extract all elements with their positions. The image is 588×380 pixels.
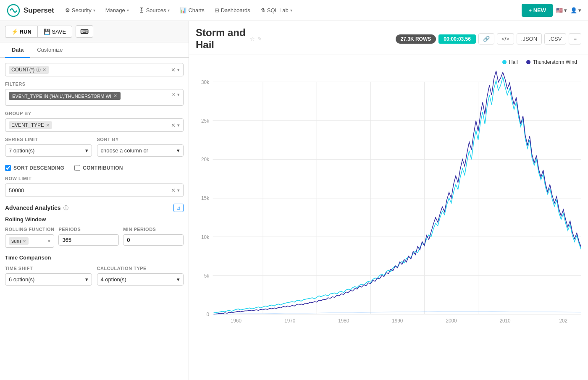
calculation-type-col: CALCULATION TYPE 4 option(s) ▾	[97, 266, 184, 286]
nav-dashboards[interactable]: ⊞ Dashboards	[210, 5, 255, 16]
calculation-type-label: CALCULATION TYPE	[97, 266, 184, 271]
filters-box[interactable]: EVENT_TYPE IN ('HAIL','THUNDERSTORM WI ✕…	[5, 89, 184, 106]
collapse-button[interactable]: ⊿	[173, 204, 184, 212]
keyboard-button[interactable]: ⌨	[76, 25, 93, 38]
run-button[interactable]: ⚡ RUN	[5, 26, 37, 38]
time-shift-label: TIME SHIFT	[5, 266, 92, 271]
chart-area: Hail Thunderstorm Wind .y-label { font-s…	[189, 55, 588, 380]
advanced-analytics-title: Advanced Analytics	[5, 204, 61, 211]
sort-by-label: SORT BY	[97, 137, 184, 142]
clear-icon[interactable]: ✕	[171, 67, 176, 73]
dropdown-icon[interactable]: ▾	[177, 92, 180, 97]
sort-by-select[interactable]: choose a column or ▾	[97, 144, 184, 157]
brand: Superset	[7, 4, 54, 17]
more-button[interactable]: ≡	[569, 33, 581, 45]
remove-icon[interactable]: ✕	[23, 239, 26, 244]
group-by-select[interactable]: EVENT_TYPE ✕ ✕ ▾	[5, 118, 184, 132]
min-periods-input[interactable]	[123, 234, 184, 246]
svg-text:1990: 1990	[392, 317, 403, 324]
series-limit-col: SERIES LIMIT 7 option(s) ▾	[5, 137, 92, 157]
chart-container: .y-label { font-size: 11px; fill: #999; …	[196, 68, 581, 368]
nav-right: + NEW 🇺🇸 ▾ 👤 ▾	[522, 4, 581, 17]
svg-text:20k: 20k	[201, 156, 210, 162]
nav-manage-label: Manage	[105, 7, 125, 13]
left-panel: ⚡ RUN 💾 SAVE ⌨ Data Customize COUNT(*) ⓘ	[0, 21, 189, 380]
svg-text:202: 202	[559, 317, 568, 324]
nav-sources-label: Sources	[146, 7, 166, 13]
main-layout: ⚡ RUN 💾 SAVE ⌨ Data Customize COUNT(*) ⓘ	[0, 21, 588, 380]
metric-select[interactable]: COUNT(*) ⓘ ✕ ✕ ▾	[5, 63, 184, 76]
keyboard-icon: ⌨	[80, 28, 89, 35]
series-limit-select[interactable]: 7 option(s) ▾	[5, 144, 92, 157]
time-badge: 00:00:03.56	[438, 34, 476, 44]
chevron-down-icon: ▾	[85, 147, 88, 154]
periods-input[interactable]	[58, 234, 119, 246]
svg-text:1970: 1970	[284, 317, 295, 324]
row-limit-select[interactable]: 50000 ✕ ▾	[5, 183, 184, 197]
sort-descending-checkbox[interactable]	[5, 165, 11, 171]
time-comparison-row: TIME SHIFT 6 option(s) ▾ CALCULATION TYP…	[5, 266, 184, 286]
rolling-function-label: ROLLING FUNCTION	[5, 227, 54, 232]
user-menu[interactable]: 👤 ▾	[570, 7, 581, 13]
database-icon: 🗄	[139, 7, 144, 13]
contribution-row: CONTRIBUTION	[74, 165, 123, 171]
legend-hail: Hail	[502, 59, 518, 65]
svg-text:1980: 1980	[338, 317, 349, 324]
edit-icon[interactable]: ✎	[257, 36, 262, 42]
star-icon[interactable]: ☆	[250, 36, 255, 42]
metric-remove-icon[interactable]: ⓘ	[36, 67, 41, 73]
dropdown-arrow-icon[interactable]: ▾	[177, 123, 180, 128]
nav-security[interactable]: ⚙ Security ▾	[61, 5, 100, 16]
hail-color-dot	[502, 60, 507, 64]
user-icon: 👤	[570, 7, 577, 13]
filter-remove-icon[interactable]: ✕	[113, 93, 117, 99]
dropdown-arrow-icon[interactable]: ▾	[177, 67, 180, 73]
tab-data[interactable]: Data	[5, 42, 30, 58]
time-shift-select[interactable]: 6 option(s) ▾	[5, 273, 92, 286]
rolling-window-row: ROLLING FUNCTION sum ✕ ▾ PERIODS MIN PER…	[5, 227, 184, 248]
nav-sources[interactable]: 🗄 Sources ▾	[135, 5, 174, 16]
nav-sqllab[interactable]: ⚗ SQL Lab ▾	[256, 5, 297, 16]
chevron-down-icon: ▾	[290, 8, 292, 13]
calculation-type-select[interactable]: 4 option(s) ▾	[97, 273, 184, 286]
metric-tag: COUNT(*) ⓘ ✕	[9, 66, 49, 74]
legend-thunderstorm: Thunderstorm Wind	[526, 59, 577, 65]
new-button[interactable]: + NEW	[522, 4, 553, 17]
tab-customize[interactable]: Customize	[30, 42, 69, 58]
min-periods-col: MIN PERIODS	[123, 227, 184, 248]
nav-charts[interactable]: 📊 Charts	[176, 5, 208, 16]
contribution-checkbox[interactable]	[74, 165, 80, 171]
nav-manage[interactable]: Manage ▾	[101, 5, 133, 16]
rows-badge: 27.3K ROWS	[396, 34, 436, 44]
svg-text:0: 0	[206, 311, 209, 317]
save-button[interactable]: 💾 SAVE	[37, 26, 72, 38]
clear-icon[interactable]: ✕	[171, 122, 176, 128]
clear-icon[interactable]: ✕	[171, 187, 176, 194]
toolbar: ⚡ RUN 💾 SAVE ⌨	[0, 21, 189, 42]
grid-icon: ⊞	[215, 7, 219, 13]
gear-icon: ⚙	[65, 7, 70, 13]
flag-icon: 🇺🇸	[556, 7, 563, 13]
row-limit-label: ROW LIMIT	[5, 176, 184, 181]
link-button[interactable]: 🔗	[478, 33, 494, 45]
group-by-tag: EVENT_TYPE ✕	[9, 121, 52, 129]
svg-text:15k: 15k	[201, 195, 210, 202]
json-button[interactable]: .JSON	[517, 33, 542, 45]
dropdown-arrow-icon[interactable]: ▾	[177, 188, 180, 193]
time-comparison-section: Time Comparison TIME SHIFT 6 option(s) ▾…	[5, 254, 184, 286]
chart-header: Storm and Hail ☆ ✎ 27.3K ROWS 00:00:03.5…	[189, 21, 588, 55]
time-comparison-title: Time Comparison	[5, 254, 184, 261]
periods-label: PERIODS	[58, 227, 119, 232]
chevron-down-icon: ▾	[127, 8, 129, 13]
csv-button[interactable]: .CSV	[544, 33, 566, 45]
metric-close-icon[interactable]: ✕	[42, 67, 46, 73]
advanced-analytics-section: Advanced Analytics ⓘ ⊿	[5, 204, 184, 212]
right-panel: Storm and Hail ☆ ✎ 27.3K ROWS 00:00:03.5…	[189, 21, 588, 380]
collapse-icon: ⊿	[176, 205, 181, 211]
close-icon[interactable]: ✕	[172, 92, 176, 97]
thunderstorm-color-dot	[526, 60, 530, 64]
code-button[interactable]: </>	[497, 33, 514, 45]
group-by-remove-icon[interactable]: ✕	[46, 123, 50, 128]
rolling-function-select[interactable]: sum ✕ ▾	[5, 234, 54, 248]
language-selector[interactable]: 🇺🇸 ▾	[556, 7, 567, 13]
